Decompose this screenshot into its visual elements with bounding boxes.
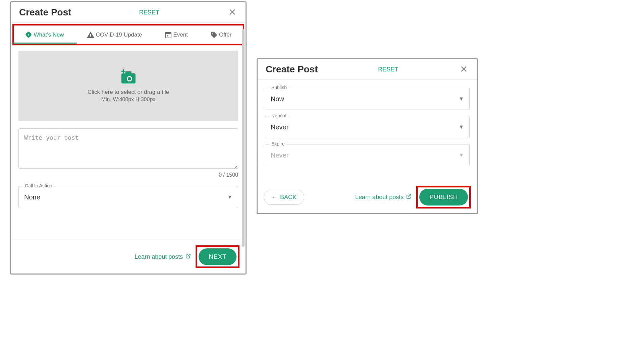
upload-instructions: Click here to select or drag a file <box>88 89 169 96</box>
chevron-down-icon: ▼ <box>459 124 464 130</box>
svg-rect-11 <box>121 71 125 72</box>
tab-label: Event <box>173 32 188 38</box>
modal-header: Create Post RESET ✕ <box>258 59 477 80</box>
arrow-left-icon: ← <box>271 194 277 201</box>
next-annotation: NEXT <box>196 245 239 268</box>
reset-button[interactable]: RESET <box>71 9 227 16</box>
learn-label: Learn about posts <box>355 194 404 201</box>
modal-footer: ← BACK Learn about posts PUBLISH <box>258 179 477 213</box>
field-legend: Publish <box>269 85 289 90</box>
external-link-icon <box>406 194 412 201</box>
svg-point-0 <box>28 34 30 36</box>
publish-button[interactable]: PUBLISH <box>419 189 468 205</box>
post-textarea[interactable] <box>18 128 238 169</box>
external-link-icon <box>185 253 191 260</box>
learn-about-posts-link[interactable]: Learn about posts <box>355 194 412 201</box>
publish-select[interactable]: Publish Now ▼ <box>265 88 470 110</box>
repeat-select[interactable]: Repeat Never ▼ <box>265 116 470 138</box>
close-icon[interactable]: ✕ <box>227 8 237 17</box>
svg-rect-7 <box>125 71 131 75</box>
svg-rect-5 <box>167 35 168 37</box>
field-value: Never <box>271 123 459 131</box>
close-icon[interactable]: ✕ <box>459 65 469 74</box>
reset-button[interactable]: RESET <box>318 66 459 73</box>
field-legend: Repeat <box>269 113 288 118</box>
burst-icon <box>25 31 32 39</box>
post-text-wrapper: 0 / 1500 <box>18 128 238 178</box>
create-post-modal-step2: Create Post RESET ✕ Publish Now ▼ Repeat… <box>257 58 478 214</box>
tabs-annotation: What's New COVID-19 Update Event Offer <box>12 24 244 45</box>
field-value: None <box>24 193 227 201</box>
next-button[interactable]: NEXT <box>199 248 236 265</box>
post-type-tabs: What's New COVID-19 Update Event Offer <box>14 27 243 44</box>
chevron-down-icon: ▼ <box>459 152 464 158</box>
modal-title: Create Post <box>266 64 318 75</box>
tab-label: COVID-19 Update <box>96 32 142 38</box>
publish-annotation: PUBLISH <box>416 186 471 208</box>
tab-label: What's New <box>34 32 64 38</box>
svg-rect-2 <box>90 37 91 37</box>
file-upload-dropzone[interactable]: Click here to select or drag a file Min.… <box>18 51 238 121</box>
tab-whats-new[interactable]: What's New <box>22 28 66 43</box>
char-counter: 0 / 1500 <box>18 172 238 178</box>
learn-about-posts-link[interactable]: Learn about posts <box>135 253 191 260</box>
warning-icon <box>87 31 95 39</box>
chevron-down-icon: ▼ <box>227 194 232 200</box>
learn-label: Learn about posts <box>135 253 183 260</box>
tab-label: Offer <box>219 32 231 38</box>
svg-point-9 <box>128 77 131 80</box>
svg-rect-4 <box>165 33 171 34</box>
modal-body: Click here to select or drag a file Min.… <box>11 48 246 240</box>
scrollbar[interactable] <box>242 29 245 247</box>
expire-select[interactable]: Expire Never ▼ <box>265 144 470 166</box>
calendar-icon <box>165 31 172 39</box>
tag-icon <box>210 31 218 39</box>
field-legend: Expire <box>269 141 287 146</box>
back-button[interactable]: ← BACK <box>264 190 304 205</box>
tab-offer[interactable]: Offer <box>208 28 234 43</box>
chevron-down-icon: ▼ <box>459 96 464 102</box>
modal-body: Publish Now ▼ Repeat Never ▼ Expire Neve… <box>258 80 477 179</box>
field-value: Never <box>271 152 459 159</box>
modal-header: Create Post RESET ✕ <box>11 2 246 23</box>
upload-min-size: Min. W:400px H:300px <box>101 97 156 103</box>
create-post-modal-step1: Create Post RESET ✕ What's New COVID-19 … <box>10 1 247 275</box>
back-label: BACK <box>280 194 297 201</box>
call-to-action-select[interactable]: Call to Action None ▼ <box>18 186 238 208</box>
camera-add-icon <box>120 69 137 85</box>
field-legend: Call to Action <box>23 183 54 188</box>
modal-title: Create Post <box>19 7 71 18</box>
modal-footer: Learn about posts NEXT <box>11 240 246 274</box>
svg-rect-1 <box>90 34 91 36</box>
field-value: Now <box>271 95 459 103</box>
tab-covid19[interactable]: COVID-19 Update <box>84 27 145 44</box>
tab-event[interactable]: Event <box>162 28 191 43</box>
